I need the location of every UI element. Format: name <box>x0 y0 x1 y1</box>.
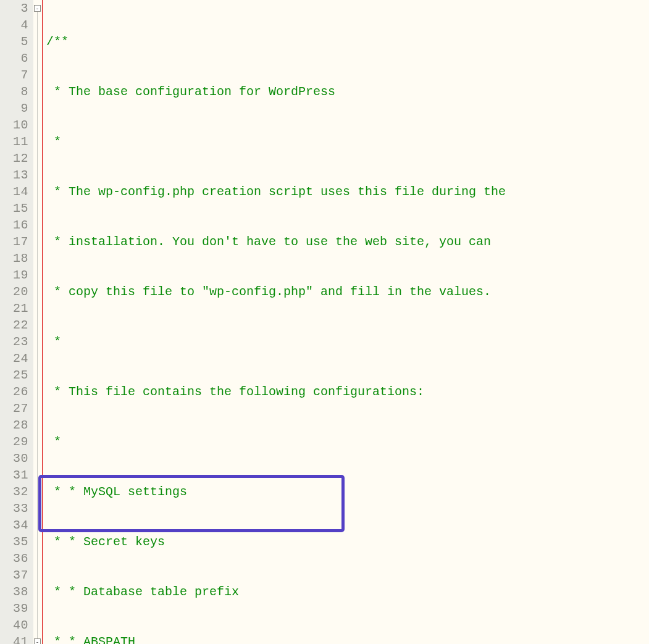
line-number: 17 <box>0 233 33 250</box>
comment: * installation. You don't have to use th… <box>46 235 491 249</box>
line-number: 33 <box>0 500 33 517</box>
line-number: 28 <box>0 417 33 433</box>
line-number: 34 <box>0 517 33 533</box>
line-number: 38 <box>0 583 33 600</box>
line-number: 4 <box>0 17 33 33</box>
comment: * <box>46 435 61 449</box>
line-number: 15 <box>0 200 33 217</box>
comment: * The base configuration for WordPress <box>46 85 335 99</box>
comment: * * Database table prefix <box>46 585 239 599</box>
line-number: 3 <box>0 0 33 17</box>
line-number: 18 <box>0 250 33 267</box>
line-number: 41 <box>0 634 33 644</box>
line-number: 30 <box>0 450 33 467</box>
line-number: 23 <box>0 333 33 350</box>
comment: * The wp-config.php creation script uses… <box>46 185 506 199</box>
comment: * * ABSPATH <box>46 635 135 644</box>
line-number: 37 <box>0 567 33 583</box>
line-number: 26 <box>0 383 33 400</box>
comment: * This file contains the following confi… <box>46 385 424 399</box>
line-number: 9 <box>0 100 33 117</box>
line-number: 11 <box>0 133 33 150</box>
fold-toggle-icon[interactable]: - <box>34 638 41 644</box>
comment: * * MySQL settings <box>46 485 187 499</box>
line-number: 6 <box>0 50 33 67</box>
line-number: 31 <box>0 467 33 483</box>
line-number: 5 <box>0 33 33 50</box>
line-number: 39 <box>0 600 33 617</box>
line-number: 21 <box>0 300 33 317</box>
line-number: 27 <box>0 400 33 417</box>
line-number: 22 <box>0 317 33 333</box>
line-number: 13 <box>0 167 33 183</box>
line-number: 24 <box>0 350 33 367</box>
comment: * copy this file to "wp-config.php" and … <box>46 285 491 299</box>
line-number: 20 <box>0 283 33 300</box>
line-number-gutter: 3456789101112131415161718192021222324252… <box>0 0 33 644</box>
line-number: 40 <box>0 617 33 634</box>
comment: * <box>46 335 61 349</box>
line-number: 32 <box>0 483 33 500</box>
line-number: 16 <box>0 217 33 233</box>
line-number: 12 <box>0 150 33 167</box>
line-number: 29 <box>0 433 33 450</box>
comment: * <box>46 135 61 149</box>
line-number: 7 <box>0 67 33 83</box>
comment: * * Secret keys <box>46 535 165 549</box>
comment: /** <box>46 35 69 49</box>
line-number: 14 <box>0 183 33 200</box>
line-number: 19 <box>0 267 33 283</box>
line-number: 36 <box>0 550 33 567</box>
line-number: 10 <box>0 117 33 133</box>
line-number: 35 <box>0 533 33 550</box>
code-area[interactable]: /** * The base configuration for WordPre… <box>43 0 521 644</box>
fold-margin[interactable]: -- <box>33 0 43 644</box>
fold-toggle-icon[interactable]: - <box>34 5 41 12</box>
line-number: 25 <box>0 367 33 383</box>
code-editor[interactable]: 3456789101112131415161718192021222324252… <box>0 0 649 644</box>
line-number: 8 <box>0 83 33 100</box>
